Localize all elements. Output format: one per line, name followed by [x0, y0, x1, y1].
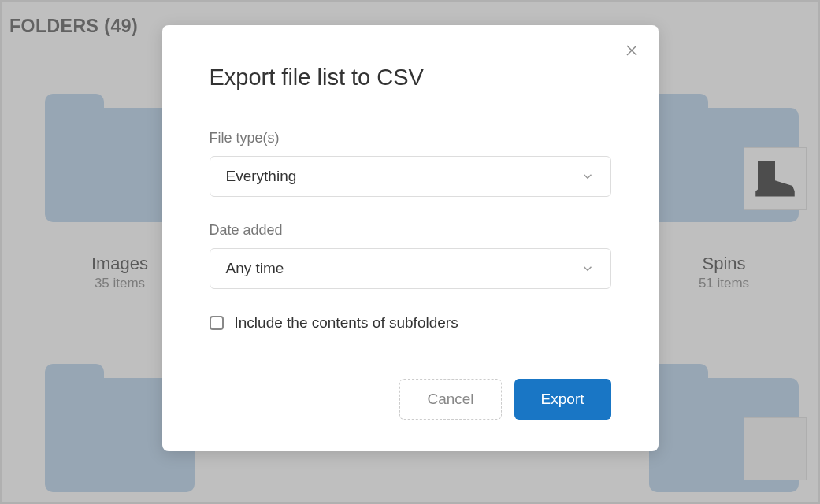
- date-added-value: Any time: [226, 260, 284, 277]
- modal-title: Export file list to CSV: [210, 65, 611, 91]
- include-subfolders-row: Include the contents of subfolders: [210, 314, 611, 332]
- chevron-down-icon: [581, 261, 595, 276]
- close-button[interactable]: [622, 41, 641, 60]
- file-type-value: Everything: [226, 168, 297, 185]
- include-subfolders-label[interactable]: Include the contents of subfolders: [235, 314, 458, 332]
- modal-actions: Cancel Export: [210, 379, 611, 420]
- file-type-select[interactable]: Everything: [210, 156, 611, 197]
- file-type-label: File type(s): [210, 130, 611, 146]
- cancel-button[interactable]: Cancel: [399, 379, 501, 420]
- export-csv-modal: Export file list to CSV File type(s) Eve…: [162, 25, 659, 451]
- date-added-label: Date added: [210, 222, 611, 239]
- include-subfolders-checkbox[interactable]: [210, 316, 224, 330]
- export-button[interactable]: Export: [514, 379, 611, 420]
- close-icon: [625, 43, 639, 57]
- date-added-select[interactable]: Any time: [210, 248, 611, 289]
- chevron-down-icon: [581, 169, 595, 183]
